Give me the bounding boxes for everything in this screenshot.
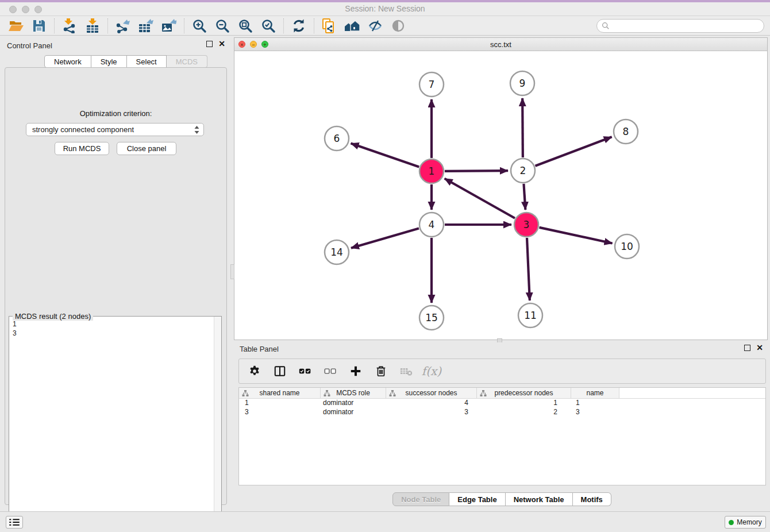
graph-node-9[interactable]: 9: [510, 71, 534, 95]
table-cell[interactable]: 1: [477, 399, 571, 408]
column-header-shared-name[interactable]: shared name: [239, 388, 321, 398]
graph-node-7[interactable]: 7: [419, 72, 444, 97]
app-titlebar: Session: New Session: [0, 2, 770, 16]
mcds-result-item[interactable]: 3: [13, 329, 210, 338]
graph-edge-1-6[interactable]: [351, 143, 419, 167]
table-cell[interactable]: 1: [239, 399, 321, 408]
network-canvas[interactable]: 7968124314101511: [234, 51, 767, 340]
graph-node-2[interactable]: 2: [511, 159, 535, 183]
toolbar-separator: [107, 18, 108, 33]
tab-mcds[interactable]: MCDS: [167, 55, 207, 68]
tab-node-table[interactable]: Node Table: [392, 492, 449, 506]
home-icon[interactable]: [341, 17, 364, 34]
graph-edge-3-10[interactable]: [539, 228, 612, 244]
tab-network[interactable]: Network: [44, 55, 91, 68]
tab-network-table[interactable]: Network Table: [506, 492, 573, 506]
control-panel-title: Control Panel: [7, 41, 52, 50]
float-table-panel-icon[interactable]: [744, 345, 750, 351]
table-cell[interactable]: 2: [477, 408, 571, 417]
settings-icon[interactable]: [246, 363, 263, 380]
graph-edge-2-9[interactable]: [522, 98, 523, 157]
tab-motifs[interactable]: Motifs: [573, 492, 611, 506]
clear-checks-icon[interactable]: [322, 363, 339, 380]
add-column-icon[interactable]: [347, 363, 364, 380]
graph-edge-3-1[interactable]: [445, 179, 515, 218]
graph-node-10[interactable]: 10: [615, 234, 639, 259]
table-cell[interactable]: 1: [571, 399, 619, 408]
select-all-checks-icon[interactable]: [297, 363, 314, 380]
eye-icon[interactable]: [387, 17, 410, 34]
graph-node-6[interactable]: 6: [325, 126, 349, 151]
task-history-button[interactable]: [6, 516, 23, 529]
result-scrollbar[interactable]: [214, 317, 221, 532]
main-toolbar: [0, 16, 770, 36]
table-header-row: shared nameMCDS rolesuccessor nodesprede…: [239, 388, 765, 399]
status-bar: Memory: [0, 511, 770, 532]
tab-edge-table[interactable]: Edge Table: [449, 492, 505, 506]
refresh-icon[interactable]: [287, 17, 310, 34]
graph-node-3[interactable]: 3: [514, 213, 538, 237]
table-cell[interactable]: 3: [239, 408, 321, 417]
table-row[interactable]: 3dominator323: [239, 408, 765, 417]
optimization-dropdown[interactable]: strongly connected component: [26, 123, 204, 136]
table-row[interactable]: 1dominator411: [239, 399, 765, 408]
export-table-icon[interactable]: [134, 17, 157, 34]
duplicate-network-icon[interactable]: [318, 17, 341, 34]
tab-style[interactable]: Style: [91, 55, 127, 68]
graph-node-4[interactable]: 4: [419, 213, 444, 237]
save-session-icon[interactable]: [28, 17, 51, 34]
import-table-icon[interactable]: [81, 17, 104, 34]
mcds-result-list[interactable]: 13: [9, 318, 214, 532]
column-header-predecessor-nodes[interactable]: predecessor nodes: [477, 388, 571, 398]
zoom-selected-icon[interactable]: [257, 17, 280, 34]
export-network-icon[interactable]: [111, 17, 134, 34]
graph-node-1[interactable]: 1: [419, 159, 444, 183]
fit-content-icon[interactable]: [234, 17, 257, 34]
tab-select[interactable]: Select: [127, 55, 167, 68]
hierarchy-icon: [389, 390, 396, 399]
float-panel-icon[interactable]: [206, 41, 213, 47]
export-image-icon[interactable]: [157, 17, 180, 34]
table-cell[interactable]: 3: [571, 408, 619, 417]
table-cell[interactable]: dominator: [321, 399, 386, 408]
dropdown-stepper-icon: [194, 126, 199, 136]
search-input[interactable]: [610, 22, 764, 30]
run-mcds-button[interactable]: Run MCDS: [55, 142, 109, 155]
graph-edge-1-2[interactable]: [445, 171, 508, 171]
delete-column-icon[interactable]: [372, 363, 390, 380]
open-session-icon[interactable]: [5, 17, 28, 34]
column-header-MCDS-role[interactable]: MCDS role: [321, 388, 386, 398]
zoom-out-icon[interactable]: [211, 17, 234, 34]
search-field[interactable]: [596, 19, 764, 33]
graph-node-14[interactable]: 14: [325, 240, 349, 264]
table-cell[interactable]: 3: [386, 408, 477, 417]
import-network-icon[interactable]: [58, 17, 81, 34]
style-eye-icon[interactable]: [364, 17, 387, 34]
mcds-result-item[interactable]: 1: [13, 319, 210, 329]
network-window-titlebar[interactable]: × − + scc.txt: [234, 38, 767, 51]
split-columns-icon[interactable]: [271, 363, 288, 380]
svg-text:15: 15: [425, 312, 438, 323]
svg-text:2: 2: [520, 165, 526, 176]
close-panel-icon[interactable]: ✕: [218, 41, 225, 47]
svg-text:9: 9: [519, 78, 526, 89]
table-cell[interactable]: 4: [386, 399, 477, 408]
close-panel-button[interactable]: Close panel: [117, 142, 176, 155]
graph-node-11[interactable]: 11: [518, 303, 542, 327]
graph-edge-2-3[interactable]: [523, 184, 525, 210]
zoom-in-icon[interactable]: [188, 17, 211, 34]
graph-node-8[interactable]: 8: [614, 119, 638, 144]
close-table-panel-icon[interactable]: ✕: [756, 345, 763, 351]
graph-node-15[interactable]: 15: [419, 306, 444, 330]
vertical-splitter-handle[interactable]: [230, 264, 234, 279]
table-cell[interactable]: dominator: [321, 408, 386, 417]
graph-edge-3-11[interactable]: [527, 238, 530, 300]
graph-edge-2-8[interactable]: [536, 137, 612, 166]
graph-edge-4-14[interactable]: [351, 228, 419, 248]
node-table[interactable]: shared nameMCDS rolesuccessor nodesprede…: [238, 387, 766, 485]
column-header-successor-nodes[interactable]: successor nodes: [386, 388, 477, 398]
column-header-name[interactable]: name: [571, 388, 619, 398]
memory-button[interactable]: Memory: [725, 516, 766, 529]
svg-text:1: 1: [429, 165, 435, 177]
svg-text:3: 3: [523, 219, 530, 230]
